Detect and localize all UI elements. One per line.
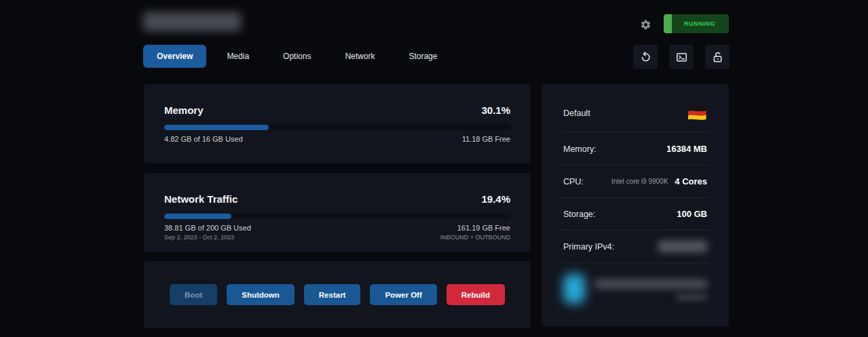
rebuild-button[interactable]: Rebuild	[447, 284, 505, 305]
tab-media[interactable]: Media	[213, 45, 263, 68]
memory-progress-track	[164, 125, 510, 130]
cpu-detail-label: CPU:	[563, 177, 584, 186]
network-free-label: 161.19 GB Free	[440, 224, 510, 232]
memory-percent: 30.1%	[481, 104, 510, 116]
tab-network[interactable]: Network	[331, 45, 388, 68]
memory-detail-value: 16384 MB	[666, 144, 707, 154]
os-subtext-redacted	[676, 294, 707, 300]
restart-action-button[interactable]: Restart	[304, 284, 361, 305]
location-row: Default	[561, 90, 710, 133]
power-actions-card: Boot Shutdown Restart Power Off Rebuild	[144, 261, 531, 328]
network-progress-track	[164, 214, 510, 219]
storage-detail-row: Storage: 100 GB	[561, 198, 710, 231]
memory-used-label: 4.82 GB of 16 GB Used	[164, 135, 243, 143]
ipv4-value-redacted	[658, 241, 707, 252]
restart-button[interactable]	[633, 45, 658, 69]
memory-detail-row: Memory: 16384 MB	[561, 133, 710, 165]
server-name-redacted	[143, 12, 241, 31]
network-percent: 19.4%	[481, 193, 510, 205]
server-details-panel: Default Memory: 16384 MB CPU: Intel core…	[542, 84, 729, 327]
network-progress-fill	[164, 214, 231, 219]
network-period-label: Sep 2, 2023 - Oct 2, 2023	[164, 234, 251, 241]
network-direction-label: INBOUND + OUTBOUND	[440, 234, 510, 241]
os-row	[561, 263, 710, 314]
lock-button[interactable]	[705, 45, 730, 69]
boot-button[interactable]: Boot	[170, 284, 217, 305]
unlock-icon	[711, 51, 724, 64]
gear-icon	[640, 19, 652, 31]
cpu-detail-row: CPU: Intel core i9 9900K 4 Cores	[561, 165, 710, 198]
power-off-button[interactable]: Power Off	[370, 284, 436, 305]
cpu-cores-value: 4 Cores	[675, 176, 707, 186]
network-card-title: Network Traffic	[164, 193, 238, 205]
tab-options[interactable]: Options	[269, 45, 324, 68]
ipv4-detail-row: Primary IPv4:	[561, 231, 710, 263]
tab-storage[interactable]: Storage	[395, 45, 451, 68]
tab-bar: Overview Media Options Network Storage	[143, 45, 451, 68]
memory-detail-label: Memory:	[563, 144, 597, 154]
memory-progress-fill	[164, 125, 269, 130]
germany-flag-icon	[687, 104, 707, 122]
os-name-redacted	[595, 279, 707, 289]
console-button[interactable]	[669, 45, 694, 69]
os-logo-redacted	[563, 274, 585, 304]
terminal-icon	[675, 51, 688, 64]
status-badge-label: RUNNING	[684, 20, 715, 27]
restart-icon	[639, 51, 652, 64]
location-label: Default	[563, 108, 590, 118]
memory-free-label: 11.18 GB Free	[462, 135, 510, 143]
network-used-label: 38.81 GB of 200 GB Used	[164, 224, 251, 232]
storage-detail-label: Storage:	[563, 210, 595, 219]
tab-overview[interactable]: Overview	[143, 45, 206, 68]
settings-gear-button[interactable]	[637, 16, 654, 33]
memory-card: Memory 30.1% 4.82 GB of 16 GB Used 11.18…	[144, 84, 531, 163]
status-badge: RUNNING	[664, 14, 729, 33]
network-traffic-card: Network Traffic 19.4% 38.81 GB of 200 GB…	[144, 173, 531, 252]
storage-detail-value: 100 GB	[677, 209, 707, 219]
shutdown-button[interactable]: Shutdown	[227, 284, 295, 305]
memory-card-title: Memory	[164, 104, 204, 116]
toolbar	[633, 45, 730, 69]
status-badge-stripe	[664, 14, 672, 33]
cpu-model-label: Intel core i9 9900K	[611, 178, 668, 185]
ipv4-detail-label: Primary IPv4:	[563, 242, 614, 252]
